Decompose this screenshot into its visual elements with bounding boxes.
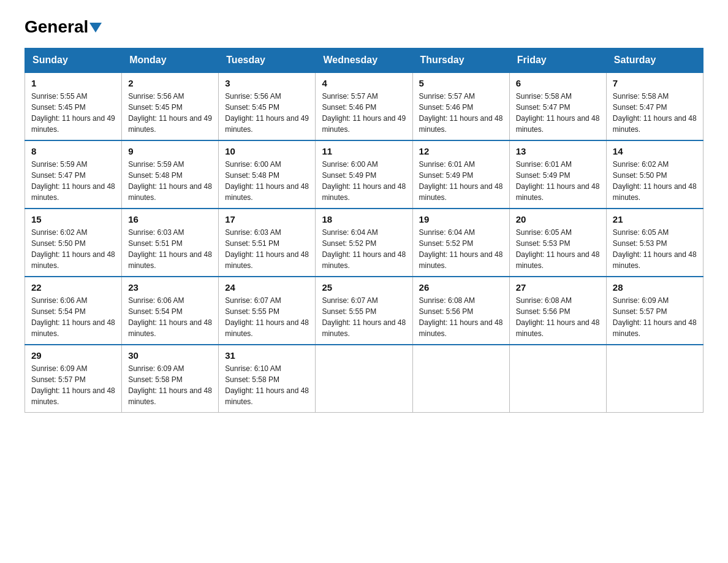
calendar-cell: 16 Sunrise: 6:03 AM Sunset: 5:51 PM Dayl… <box>122 209 219 277</box>
day-info: Sunrise: 5:57 AM Sunset: 5:46 PM Dayligh… <box>322 91 406 135</box>
calendar-header-thursday: Thursday <box>412 48 509 73</box>
calendar-header-sunday: Sunday <box>25 48 122 73</box>
day-number: 12 <box>419 146 503 156</box>
day-info: Sunrise: 6:07 AM Sunset: 5:55 PM Dayligh… <box>322 295 406 339</box>
calendar-cell: 18 Sunrise: 6:04 AM Sunset: 5:52 PM Dayl… <box>316 209 412 277</box>
day-info: Sunrise: 6:08 AM Sunset: 5:56 PM Dayligh… <box>516 295 600 339</box>
day-info: Sunrise: 6:06 AM Sunset: 5:54 PM Dayligh… <box>128 295 212 339</box>
day-info: Sunrise: 5:57 AM Sunset: 5:46 PM Dayligh… <box>419 91 503 135</box>
day-number: 15 <box>31 214 115 224</box>
day-number: 5 <box>419 78 503 88</box>
day-info: Sunrise: 6:00 AM Sunset: 5:49 PM Dayligh… <box>322 159 406 203</box>
day-number: 11 <box>322 146 406 156</box>
day-number: 25 <box>322 282 406 293</box>
calendar-header-tuesday: Tuesday <box>219 48 316 73</box>
day-number: 2 <box>128 78 212 88</box>
day-info: Sunrise: 6:09 AM Sunset: 5:58 PM Dayligh… <box>128 363 212 407</box>
day-number: 28 <box>613 282 697 293</box>
day-number: 21 <box>613 214 697 224</box>
calendar-cell: 14 Sunrise: 6:02 AM Sunset: 5:50 PM Dayl… <box>606 140 703 209</box>
day-number: 26 <box>419 282 503 293</box>
calendar-week-row: 1 Sunrise: 5:55 AM Sunset: 5:45 PM Dayli… <box>25 72 703 140</box>
calendar-cell <box>412 345 509 413</box>
calendar-cell: 27 Sunrise: 6:08 AM Sunset: 5:56 PM Dayl… <box>509 277 606 345</box>
calendar-cell: 24 Sunrise: 6:07 AM Sunset: 5:55 PM Dayl… <box>219 277 316 345</box>
calendar-cell: 11 Sunrise: 6:00 AM Sunset: 5:49 PM Dayl… <box>316 140 412 209</box>
calendar-cell: 15 Sunrise: 6:02 AM Sunset: 5:50 PM Dayl… <box>25 209 122 277</box>
calendar-cell: 30 Sunrise: 6:09 AM Sunset: 5:58 PM Dayl… <box>122 345 219 413</box>
calendar-cell: 17 Sunrise: 6:03 AM Sunset: 5:51 PM Dayl… <box>219 209 316 277</box>
day-info: Sunrise: 6:02 AM Sunset: 5:50 PM Dayligh… <box>613 159 697 203</box>
day-info: Sunrise: 6:03 AM Sunset: 5:51 PM Dayligh… <box>128 227 212 271</box>
day-number: 19 <box>419 214 503 224</box>
calendar-cell: 2 Sunrise: 5:56 AM Sunset: 5:45 PM Dayli… <box>122 72 219 140</box>
day-info: Sunrise: 5:59 AM Sunset: 5:48 PM Dayligh… <box>128 159 212 203</box>
calendar-cell: 31 Sunrise: 6:10 AM Sunset: 5:58 PM Dayl… <box>219 345 316 413</box>
day-number: 9 <box>128 146 212 156</box>
day-info: Sunrise: 6:01 AM Sunset: 5:49 PM Dayligh… <box>419 159 503 203</box>
day-info: Sunrise: 6:05 AM Sunset: 5:53 PM Dayligh… <box>613 227 697 271</box>
calendar-cell: 23 Sunrise: 6:06 AM Sunset: 5:54 PM Dayl… <box>122 277 219 345</box>
calendar-cell: 1 Sunrise: 5:55 AM Sunset: 5:45 PM Dayli… <box>25 72 122 140</box>
day-number: 23 <box>128 282 212 293</box>
day-number: 20 <box>516 214 600 224</box>
day-number: 27 <box>516 282 600 293</box>
calendar-week-row: 22 Sunrise: 6:06 AM Sunset: 5:54 PM Dayl… <box>25 277 703 345</box>
day-info: Sunrise: 5:58 AM Sunset: 5:47 PM Dayligh… <box>613 91 697 135</box>
day-info: Sunrise: 5:59 AM Sunset: 5:47 PM Dayligh… <box>31 159 115 203</box>
page-header: General <box>25 18 703 36</box>
day-info: Sunrise: 6:02 AM Sunset: 5:50 PM Dayligh… <box>31 227 115 271</box>
day-number: 1 <box>31 78 115 88</box>
calendar-cell: 7 Sunrise: 5:58 AM Sunset: 5:47 PM Dayli… <box>606 72 703 140</box>
calendar-cell: 21 Sunrise: 6:05 AM Sunset: 5:53 PM Dayl… <box>606 209 703 277</box>
calendar-week-row: 29 Sunrise: 6:09 AM Sunset: 5:57 PM Dayl… <box>25 345 703 413</box>
day-info: Sunrise: 6:04 AM Sunset: 5:52 PM Dayligh… <box>322 227 406 271</box>
calendar-cell: 10 Sunrise: 6:00 AM Sunset: 5:48 PM Dayl… <box>219 140 316 209</box>
day-info: Sunrise: 6:01 AM Sunset: 5:49 PM Dayligh… <box>516 159 600 203</box>
day-info: Sunrise: 6:05 AM Sunset: 5:53 PM Dayligh… <box>516 227 600 271</box>
day-number: 4 <box>322 78 406 88</box>
day-info: Sunrise: 6:07 AM Sunset: 5:55 PM Dayligh… <box>225 295 309 339</box>
day-number: 3 <box>225 78 309 88</box>
calendar-cell: 20 Sunrise: 6:05 AM Sunset: 5:53 PM Dayl… <box>509 209 606 277</box>
calendar-cell: 26 Sunrise: 6:08 AM Sunset: 5:56 PM Dayl… <box>412 277 509 345</box>
day-number: 17 <box>225 214 309 224</box>
day-info: Sunrise: 6:08 AM Sunset: 5:56 PM Dayligh… <box>419 295 503 339</box>
day-info: Sunrise: 5:56 AM Sunset: 5:45 PM Dayligh… <box>225 91 309 135</box>
day-info: Sunrise: 5:58 AM Sunset: 5:47 PM Dayligh… <box>516 91 600 135</box>
calendar-week-row: 15 Sunrise: 6:02 AM Sunset: 5:50 PM Dayl… <box>25 209 703 277</box>
calendar-header-saturday: Saturday <box>606 48 703 73</box>
day-info: Sunrise: 5:56 AM Sunset: 5:45 PM Dayligh… <box>128 91 212 135</box>
calendar-cell: 5 Sunrise: 5:57 AM Sunset: 5:46 PM Dayli… <box>412 72 509 140</box>
logo-triangle-icon <box>89 23 102 33</box>
day-info: Sunrise: 6:00 AM Sunset: 5:48 PM Dayligh… <box>225 159 309 203</box>
calendar-week-row: 8 Sunrise: 5:59 AM Sunset: 5:47 PM Dayli… <box>25 140 703 209</box>
calendar-cell: 19 Sunrise: 6:04 AM Sunset: 5:52 PM Dayl… <box>412 209 509 277</box>
calendar-table: SundayMondayTuesdayWednesdayThursdayFrid… <box>25 48 703 413</box>
day-number: 6 <box>516 78 600 88</box>
logo-general-text: General <box>25 18 102 36</box>
day-number: 10 <box>225 146 309 156</box>
day-info: Sunrise: 6:09 AM Sunset: 5:57 PM Dayligh… <box>31 363 115 407</box>
calendar-header-row: SundayMondayTuesdayWednesdayThursdayFrid… <box>25 48 703 73</box>
day-info: Sunrise: 6:06 AM Sunset: 5:54 PM Dayligh… <box>31 295 115 339</box>
calendar-cell: 3 Sunrise: 5:56 AM Sunset: 5:45 PM Dayli… <box>219 72 316 140</box>
calendar-cell <box>316 345 412 413</box>
calendar-cell: 13 Sunrise: 6:01 AM Sunset: 5:49 PM Dayl… <box>509 140 606 209</box>
day-number: 24 <box>225 282 309 293</box>
calendar-cell: 8 Sunrise: 5:59 AM Sunset: 5:47 PM Dayli… <box>25 140 122 209</box>
calendar-cell <box>606 345 703 413</box>
day-number: 30 <box>128 350 212 361</box>
day-number: 29 <box>31 350 115 361</box>
day-number: 22 <box>31 282 115 293</box>
day-info: Sunrise: 5:55 AM Sunset: 5:45 PM Dayligh… <box>31 91 115 135</box>
day-number: 8 <box>31 146 115 156</box>
day-number: 7 <box>613 78 697 88</box>
day-number: 13 <box>516 146 600 156</box>
calendar-cell: 25 Sunrise: 6:07 AM Sunset: 5:55 PM Dayl… <box>316 277 412 345</box>
calendar-cell: 22 Sunrise: 6:06 AM Sunset: 5:54 PM Dayl… <box>25 277 122 345</box>
day-info: Sunrise: 6:09 AM Sunset: 5:57 PM Dayligh… <box>613 295 697 339</box>
calendar-cell: 29 Sunrise: 6:09 AM Sunset: 5:57 PM Dayl… <box>25 345 122 413</box>
day-number: 18 <box>322 214 406 224</box>
calendar-header-monday: Monday <box>122 48 219 73</box>
